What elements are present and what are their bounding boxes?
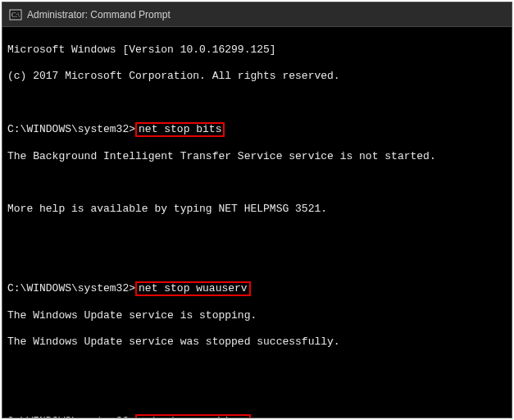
terminal-line: C:\WINDOWS\system32>net stop appidsvc xyxy=(7,414,507,418)
prompt: C:\WINDOWS\system32> xyxy=(7,282,135,294)
terminal-line xyxy=(7,176,507,189)
command-highlight: net stop appidsvc xyxy=(135,414,251,418)
terminal-line: The Background Intelligent Transfer Serv… xyxy=(7,150,507,163)
svg-text:C:\: C:\ xyxy=(11,11,20,19)
terminal-line: The Windows Update service was stopped s… xyxy=(7,336,507,349)
terminal-body[interactable]: Microsoft Windows [Version 10.0.16299.12… xyxy=(2,27,512,418)
titlebar[interactable]: C:\ Administrator: Command Prompt xyxy=(2,2,512,27)
terminal-line xyxy=(7,388,507,401)
terminal-line: The Windows Update service is stopping. xyxy=(7,309,507,322)
prompt: C:\WINDOWS\system32> xyxy=(7,123,135,135)
prompt: C:\WINDOWS\system32> xyxy=(7,415,135,418)
terminal-line: C:\WINDOWS\system32>net stop wuauserv xyxy=(7,281,507,296)
command-highlight: net stop wuauserv xyxy=(135,281,251,296)
cmd-icon: C:\ xyxy=(9,8,22,21)
terminal-line xyxy=(7,96,507,109)
terminal-line xyxy=(7,255,507,268)
terminal-line: Microsoft Windows [Version 10.0.16299.12… xyxy=(7,43,507,57)
window-title: Administrator: Command Prompt xyxy=(27,9,171,21)
terminal-line: (c) 2017 Microsoft Corporation. All righ… xyxy=(7,70,507,83)
terminal-line: More help is available by typing NET HEL… xyxy=(7,203,507,216)
command-prompt-window: C:\ Administrator: Command Prompt Micros… xyxy=(2,2,512,418)
command-highlight: net stop bits xyxy=(135,122,225,137)
terminal-line xyxy=(7,229,507,242)
terminal-line: C:\WINDOWS\system32>net stop bits xyxy=(7,122,507,137)
terminal-line xyxy=(7,362,507,375)
